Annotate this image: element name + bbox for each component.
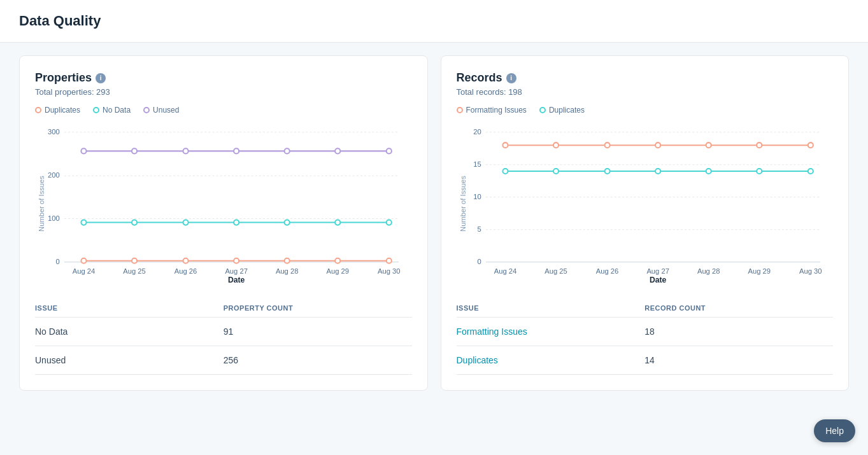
properties-chart: Number of Issues 300 200 100 (35, 121, 412, 286)
svg-point-60 (655, 143, 660, 148)
svg-point-22 (335, 148, 340, 153)
properties-card: Properties i Total properties: 293 Dupli… (19, 55, 428, 391)
svg-point-63 (808, 143, 813, 148)
table-row: No Data 91 (35, 318, 412, 346)
page-title: Data Quality (19, 13, 849, 29)
properties-legend: Duplicates No Data Unused (35, 106, 412, 115)
svg-point-61 (706, 143, 711, 148)
table-row: Formatting Issues 18 (457, 318, 834, 346)
records-card: Records i Total records: 198 Formatting … (441, 55, 850, 391)
svg-text:Aug 25: Aug 25 (544, 267, 567, 275)
svg-point-31 (81, 258, 86, 263)
svg-point-30 (387, 220, 392, 225)
table-row: Unused 256 (35, 346, 412, 375)
properties-table-header: ISSUE PROPERTY COUNT (35, 299, 412, 318)
svg-text:Aug 28: Aug 28 (276, 267, 299, 275)
svg-text:Aug 29: Aug 29 (748, 267, 771, 275)
svg-point-70 (808, 169, 813, 174)
svg-point-28 (285, 220, 290, 225)
properties-col-count-header: PROPERTY COUNT (224, 304, 412, 312)
svg-text:15: 15 (473, 160, 481, 168)
svg-point-64 (502, 169, 508, 174)
svg-text:Aug 28: Aug 28 (697, 267, 720, 275)
svg-point-25 (132, 220, 137, 225)
svg-text:20: 20 (473, 128, 481, 136)
svg-point-17 (81, 148, 86, 153)
count-cell-formatting: 18 (644, 326, 833, 337)
svg-point-23 (387, 148, 392, 153)
svg-point-33 (183, 258, 189, 263)
records-chart-svg: Number of Issues 20 15 10 5 (457, 121, 834, 286)
svg-point-37 (387, 258, 392, 263)
count-cell-duplicates: 14 (644, 355, 833, 365)
svg-text:Aug 26: Aug 26 (174, 267, 197, 275)
records-table-header: ISSUE RECORD COUNT (457, 299, 834, 318)
svg-point-36 (335, 258, 340, 263)
legend-dot-duplicates (35, 107, 41, 113)
legend-item-unused: Unused (143, 106, 179, 115)
svg-point-57 (502, 143, 508, 148)
svg-text:0: 0 (56, 258, 60, 265)
records-legend: Formatting Issues Duplicates (457, 106, 834, 115)
issue-cell: No Data (35, 326, 224, 337)
svg-text:Aug 26: Aug 26 (595, 267, 618, 275)
svg-text:Aug 24: Aug 24 (494, 267, 516, 275)
records-col-issue-header: ISSUE (457, 304, 645, 312)
properties-title: Properties i (35, 71, 412, 85)
records-table: ISSUE RECORD COUNT Formatting Issues 18 … (457, 299, 834, 375)
issue-cell: Unused (35, 355, 224, 365)
svg-text:0: 0 (477, 258, 481, 265)
issue-cell-formatting[interactable]: Formatting Issues (457, 326, 645, 337)
legend-dot-duplicates-records (539, 107, 546, 113)
records-info-icon[interactable]: i (506, 73, 516, 83)
svg-point-68 (706, 169, 711, 174)
page-header: Data Quality (0, 0, 868, 43)
count-cell: 256 (224, 355, 412, 365)
svg-point-29 (335, 220, 340, 225)
svg-point-35 (285, 258, 290, 263)
legend-item-no-data: No Data (93, 106, 131, 115)
svg-text:5: 5 (477, 225, 481, 233)
svg-text:200: 200 (48, 171, 60, 179)
svg-text:Aug 29: Aug 29 (326, 267, 349, 275)
records-title: Records i (457, 71, 834, 85)
svg-text:Aug 30: Aug 30 (799, 267, 822, 275)
properties-subtitle: Total properties: 293 (35, 87, 412, 97)
records-subtitle: Total records: 198 (457, 87, 834, 97)
table-row: Duplicates 14 (457, 346, 834, 375)
svg-text:100: 100 (48, 214, 60, 222)
svg-text:Aug 30: Aug 30 (378, 267, 401, 275)
svg-point-24 (81, 220, 86, 225)
svg-point-34 (234, 258, 239, 263)
properties-table: ISSUE PROPERTY COUNT No Data 91 Unused 2… (35, 299, 412, 375)
svg-text:Number of Issues: Number of Issues (459, 176, 467, 232)
svg-text:Number of Issues: Number of Issues (38, 176, 45, 232)
svg-point-20 (234, 148, 239, 153)
svg-point-21 (285, 148, 290, 153)
main-content: Properties i Total properties: 293 Dupli… (0, 43, 868, 403)
issue-cell-duplicates[interactable]: Duplicates (457, 355, 645, 365)
svg-text:Date: Date (228, 276, 245, 284)
svg-point-19 (183, 148, 189, 153)
legend-item-duplicates-records: Duplicates (539, 106, 585, 115)
svg-text:Date: Date (649, 276, 666, 284)
properties-info-icon[interactable]: i (96, 73, 106, 83)
records-col-count-header: RECORD COUNT (644, 304, 833, 312)
svg-text:Aug 24: Aug 24 (73, 267, 96, 275)
svg-text:10: 10 (473, 193, 481, 200)
properties-col-issue-header: ISSUE (35, 304, 224, 312)
svg-point-62 (757, 143, 762, 148)
svg-point-32 (132, 258, 137, 263)
records-chart: Number of Issues 20 15 10 5 (457, 121, 834, 286)
legend-item-formatting: Formatting Issues (457, 106, 527, 115)
legend-dot-no-data (93, 107, 99, 113)
svg-point-58 (553, 143, 558, 148)
legend-dot-unused (143, 107, 150, 113)
svg-point-69 (757, 169, 762, 174)
svg-point-66 (604, 169, 609, 174)
legend-item-duplicates: Duplicates (35, 106, 80, 115)
legend-dot-formatting (457, 107, 463, 113)
svg-point-27 (234, 220, 239, 225)
svg-text:Aug 25: Aug 25 (123, 267, 146, 275)
svg-text:Aug 27: Aug 27 (225, 267, 248, 275)
